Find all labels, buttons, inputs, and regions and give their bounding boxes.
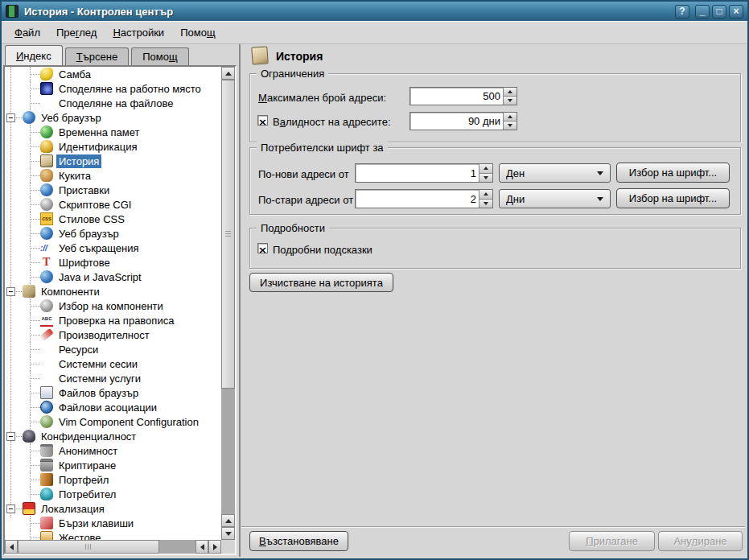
tree-item[interactable]: Производителност: [5, 327, 221, 342]
tree-item[interactable]: Скриптове CGI: [5, 197, 221, 212]
tree-item[interactable]: Уеб съкращения: [5, 241, 221, 255]
maximize-button[interactable]: □: [712, 5, 726, 19]
details-group: Подробности Подробни подсказки: [249, 228, 741, 269]
validity-checkbox[interactable]: [257, 115, 268, 126]
tab-index[interactable]: Индекс: [5, 45, 63, 65]
tree-item[interactable]: Портфейл: [5, 472, 221, 487]
tree-item[interactable]: Проверка на правописа: [5, 313, 221, 327]
tree-item[interactable]: Конфиденциалност: [5, 429, 221, 443]
tree-item[interactable]: Приставки: [5, 183, 221, 197]
tree-item[interactable]: Файлови асоциации: [5, 400, 221, 414]
scroll-up-button[interactable]: [221, 67, 235, 80]
tree-item[interactable]: Временна памет: [5, 125, 221, 139]
collapse-toggle[interactable]: [6, 504, 15, 513]
tree-item[interactable]: Бързи клавиши: [5, 516, 221, 530]
max-addresses-label: Максимален брой адреси:: [258, 92, 386, 104]
tree-item[interactable]: Споделяне на файлове: [5, 96, 221, 110]
tree-item[interactable]: Ресурси: [5, 342, 221, 356]
chevron-down-icon: [597, 197, 603, 201]
menu-settings[interactable]: Настройки: [105, 23, 172, 42]
tree-item[interactable]: Идентификация: [5, 139, 221, 154]
defaults-button[interactable]: Възстановяване: [249, 531, 348, 551]
tree-item[interactable]: Системни сесии: [5, 356, 221, 371]
tree-item[interactable]: Vim Component Configuration: [5, 414, 221, 429]
max-addresses-input[interactable]: [410, 88, 503, 105]
vertical-scroll-thumb[interactable]: [221, 80, 235, 389]
close-button[interactable]: ×: [729, 5, 743, 19]
tree-item[interactable]: Системни услуги: [5, 371, 221, 385]
tree-item[interactable]: Шрифтове: [5, 255, 221, 270]
globe-icon: [40, 183, 53, 196]
scroll-left-button-2[interactable]: [195, 540, 208, 554]
spin-up-button[interactable]: [504, 113, 516, 121]
tree-horizontal-scrollbar[interactable]: [5, 540, 221, 554]
tree-item[interactable]: Стилове CSS: [5, 212, 221, 226]
newer-unit-combo[interactable]: Ден: [499, 163, 611, 183]
clear-history-button[interactable]: Изчистване на историята: [249, 273, 393, 292]
spin-up-button[interactable]: [479, 190, 492, 199]
tree-item-label: Конфиденциалност: [39, 430, 138, 443]
tree-item[interactable]: Потребител: [5, 487, 221, 501]
spin-up-button[interactable]: [479, 164, 492, 173]
spin-up-button[interactable]: [504, 88, 516, 96]
none-icon: [40, 357, 53, 370]
tree-item-label: Потребител: [56, 488, 118, 501]
spin-buttons: [503, 88, 516, 105]
scroll-down-button[interactable]: [221, 527, 235, 540]
tree-item[interactable]: Анонимност: [5, 443, 221, 458]
hotkeys-icon: [40, 517, 53, 529]
tree-item[interactable]: Уеб браузър: [5, 110, 221, 125]
scroll-up-button-2[interactable]: [221, 514, 235, 527]
tree-item[interactable]: Уеб браузър: [5, 226, 221, 241]
tree-item[interactable]: Избор на компоненти: [5, 299, 221, 313]
choose-font-button-older[interactable]: Избор на шрифт...: [616, 188, 730, 208]
horizontal-scroll-thumb[interactable]: [18, 540, 159, 554]
tree-item[interactable]: Компоненти: [5, 284, 221, 299]
tab-search[interactable]: Търсене: [65, 47, 129, 65]
tree-item[interactable]: Споделяне на работно място: [5, 81, 221, 96]
tree-item[interactable]: Файлов браузър: [5, 385, 221, 400]
arrow-down-icon: [484, 176, 488, 179]
tree-item-label: Ресурси: [56, 343, 101, 356]
newer-addresses-input[interactable]: [356, 164, 479, 182]
older-unit-combo[interactable]: Дни: [499, 189, 611, 208]
menubar: ФайлПрегледНастройкиПомощ: [2, 21, 747, 44]
spin-down-button[interactable]: [479, 173, 492, 183]
tree-item-label: Производителност: [56, 328, 152, 342]
menu-file[interactable]: Файл: [6, 23, 48, 42]
tree-item-label: Файлов браузър: [56, 386, 141, 400]
collapse-toggle[interactable]: [6, 432, 15, 441]
desktop-sharing-icon: [40, 82, 53, 95]
validity-input[interactable]: [410, 113, 503, 130]
collapse-toggle[interactable]: [6, 287, 15, 296]
scroll-right-button[interactable]: [208, 540, 221, 554]
spin-down-button[interactable]: [504, 121, 516, 130]
spin-down-button[interactable]: [479, 199, 492, 208]
spin-buttons: [503, 113, 516, 130]
file-browser-icon: [40, 386, 53, 399]
tree-vertical-scrollbar[interactable]: [221, 67, 235, 540]
tree-item[interactable]: Самба: [5, 67, 221, 81]
spin-down-button[interactable]: [504, 96, 516, 105]
choose-font-button-newer[interactable]: Избор на шрифт...: [616, 163, 730, 183]
tree-item[interactable]: Кукита: [5, 168, 221, 183]
tree-item-label: Уеб браузър: [56, 227, 121, 241]
tree-item[interactable]: Жестове: [5, 530, 221, 540]
newer-addresses-label: По-нови адреси от: [258, 168, 349, 180]
tree-item[interactable]: Криптиране: [5, 458, 221, 472]
details-group-title: Подробности: [257, 222, 329, 234]
help-button[interactable]: ?: [675, 5, 689, 19]
collapse-toggle[interactable]: [6, 113, 15, 122]
tab-help[interactable]: Помощ: [131, 47, 188, 65]
tree-item[interactable]: Локализация: [5, 501, 221, 516]
minimize-button[interactable]: _: [695, 5, 710, 19]
older-addresses-spinbox: [355, 189, 493, 208]
tree-item[interactable]: История: [5, 154, 221, 168]
older-addresses-input[interactable]: [356, 190, 479, 208]
scroll-left-button[interactable]: [5, 540, 18, 554]
menu-help[interactable]: Помощ: [172, 23, 223, 42]
tree-item[interactable]: Java и JavaScript: [5, 270, 221, 284]
detailed-tooltips-checkbox[interactable]: [257, 243, 268, 253]
titlebar[interactable]: История - Контролен център ?_□×: [2, 2, 747, 21]
menu-view[interactable]: Преглед: [48, 23, 105, 42]
